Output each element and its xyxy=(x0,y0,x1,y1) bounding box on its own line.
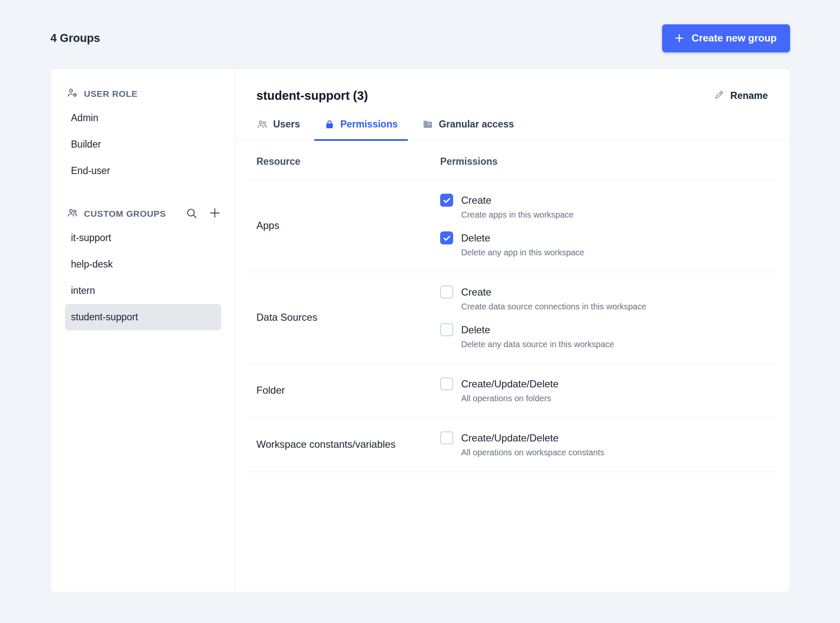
tab-permissions-label: Permissions xyxy=(340,119,398,130)
top-bar: 4 Groups Create new group xyxy=(50,24,790,52)
permission-label: Create xyxy=(461,195,491,206)
permission-description: All operations on workspace constants xyxy=(461,448,778,457)
sidebar-item-it-support[interactable]: it-support xyxy=(65,225,221,251)
permissions-column-header: Permissions xyxy=(440,156,778,167)
datasources-delete-checkbox[interactable] xyxy=(440,323,453,336)
sidebar-item-admin[interactable]: Admin xyxy=(65,105,221,131)
user-role-header: USER ROLE xyxy=(65,87,221,101)
lock-icon xyxy=(324,119,335,130)
datasources-create-checkbox[interactable] xyxy=(440,286,453,299)
permission-label: Delete xyxy=(461,324,490,336)
permission-description: Delete any data source in this workspace xyxy=(461,340,778,349)
search-groups-button[interactable] xyxy=(185,207,198,221)
group-detail-header: student-support (3) Rename xyxy=(235,69,790,103)
permission-description: Create apps in this workspace xyxy=(461,210,778,220)
create-new-group-label: Create new group xyxy=(691,32,777,44)
create-new-group-button[interactable]: Create new group xyxy=(662,24,790,52)
permission-datasources-delete: Delete Delete any data source in this wo… xyxy=(440,323,778,349)
tab-users[interactable]: Users xyxy=(246,115,310,141)
groups-sidebar: USER ROLE Admin Builder End-user xyxy=(51,69,235,592)
add-group-button[interactable] xyxy=(209,207,221,221)
permission-label: Create/Update/Delete xyxy=(461,378,558,390)
sidebar-item-builder[interactable]: Builder xyxy=(65,131,221,158)
plus-icon xyxy=(674,33,685,44)
apps-create-checkbox[interactable] xyxy=(440,194,453,207)
group-title: student-support (3) xyxy=(256,89,368,103)
permissions-table: Resource Permissions Apps Create xyxy=(247,141,778,472)
plus-icon xyxy=(209,207,221,221)
permission-description: All operations on folders xyxy=(461,394,778,403)
permissions-table-header: Resource Permissions xyxy=(247,141,778,180)
permission-datasources-create: Create Create data source connections in… xyxy=(440,286,778,312)
sidebar-item-student-support[interactable]: student-support xyxy=(65,304,221,330)
user-role-header-label: USER ROLE xyxy=(84,89,138,99)
permission-label: Create xyxy=(461,286,491,298)
custom-groups-header: CUSTOM GROUPS xyxy=(65,207,221,221)
rename-button[interactable]: Rename xyxy=(713,89,768,103)
permission-apps-create: Create Create apps in this workspace xyxy=(440,194,778,220)
sidebar-item-end-user[interactable]: End-user xyxy=(65,158,221,184)
permission-label: Delete xyxy=(461,232,490,244)
page-title: 4 Groups xyxy=(50,32,100,45)
custom-groups-section: CUSTOM GROUPS xyxy=(65,207,221,330)
resource-name: Apps xyxy=(256,220,440,231)
custom-groups-icon xyxy=(67,207,78,221)
tab-permissions[interactable]: Permissions xyxy=(314,115,408,141)
table-row-data-sources: Data Sources Create Create data source c… xyxy=(247,272,778,364)
search-icon xyxy=(185,207,198,221)
sidebar-item-help-desk[interactable]: help-desk xyxy=(65,251,221,278)
tab-granular-access-label: Granular access xyxy=(439,119,514,130)
groups-card: USER ROLE Admin Builder End-user xyxy=(50,68,790,592)
resource-name: Folder xyxy=(256,384,440,396)
custom-groups-header-label: CUSTOM GROUPS xyxy=(84,209,166,219)
resource-name: Data Sources xyxy=(256,312,440,323)
resource-name: Workspace constants/variables xyxy=(256,439,440,450)
permission-apps-delete: Delete Delete any app in this workspace xyxy=(440,231,778,257)
permission-folder-cud: Create/Update/Delete All operations on f… xyxy=(440,377,778,403)
group-tabs: Users Permissions xyxy=(235,115,790,141)
users-icon xyxy=(256,119,268,130)
folder-cud-checkbox[interactable] xyxy=(440,377,453,390)
tab-users-label: Users xyxy=(273,119,300,130)
permission-description: Create data source connections in this w… xyxy=(461,302,778,312)
table-row-workspace-constants: Workspace constants/variables Create/Upd… xyxy=(247,418,778,472)
user-role-list: Admin Builder End-user xyxy=(65,105,221,184)
group-detail-panel: student-support (3) Rename xyxy=(235,69,790,592)
table-row-folder: Folder Create/Update/Delete All operatio… xyxy=(247,364,778,418)
custom-groups-list: it-support help-desk intern student-supp… xyxy=(65,225,221,330)
sidebar-item-intern[interactable]: intern xyxy=(65,278,221,304)
pencil-icon xyxy=(713,89,725,103)
apps-delete-checkbox[interactable] xyxy=(440,231,453,244)
rename-label: Rename xyxy=(730,90,768,101)
user-role-icon xyxy=(67,87,78,101)
table-row-apps: Apps Create Create apps in this workspac… xyxy=(247,180,778,272)
tab-granular-access[interactable]: Granular access xyxy=(412,115,524,141)
folder-icon xyxy=(422,119,433,130)
resource-column-header: Resource xyxy=(256,156,440,167)
permission-label: Create/Update/Delete xyxy=(461,432,558,444)
groups-page: 4 Groups Create new group USER R xyxy=(0,0,840,623)
workspace-constants-cud-checkbox[interactable] xyxy=(440,431,453,444)
permission-workspace-constants-cud: Create/Update/Delete All operations on w… xyxy=(440,431,778,457)
permission-description: Delete any app in this workspace xyxy=(461,248,778,257)
